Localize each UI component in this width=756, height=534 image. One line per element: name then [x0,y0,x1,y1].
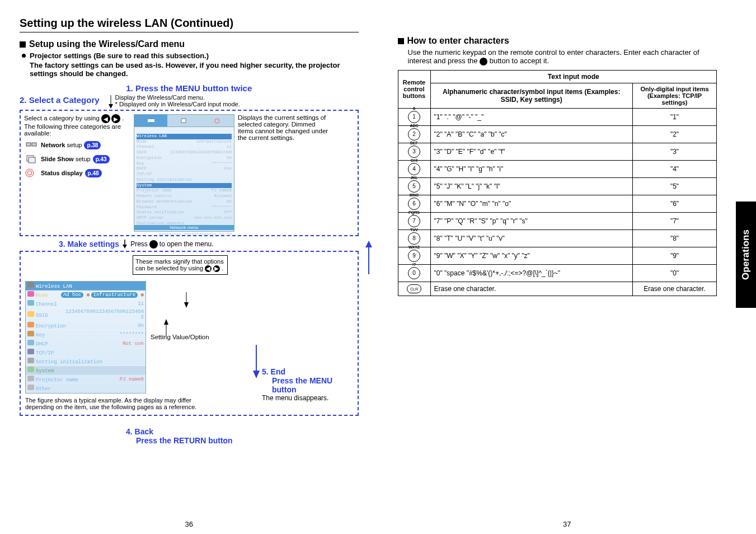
svg-rect-5 [29,157,35,163]
status-icon [24,167,39,179]
operations-side-tab: Operations [736,202,756,308]
step-3-tail-b: to open the menu. [159,240,214,248]
key-cell: 6MNO [398,195,430,212]
step-5-sub1: Press the MENU button [262,376,357,394]
digital-sequence-cell: "5" [633,177,717,195]
digital-sequence-cell: "1" [633,108,717,125]
key-sup-label: ABC [410,124,418,128]
svg-rect-9 [151,119,154,122]
step-3-title: 3. Make settings [59,240,119,249]
left-right-buttons-icon: ◀ ▶ [101,114,120,123]
arrow-down-icon [183,292,190,308]
alpha-sequence-cell: "0" "space "#$%&'()*+,-./:;<=>?@[\]^_`{|… [430,264,633,282]
right-arrow-button-icon: ▶ [111,114,120,123]
key-sup-label: WXYZ [408,245,420,249]
status-display-link[interactable]: Status display p.48 [24,167,130,179]
step-3-line: 3. Make settings Press to open the menu. [20,240,359,249]
enter-characters-intro: Use the numeric keypad on the remote con… [398,48,717,65]
menu-header: Network [137,128,232,134]
left-page: Setting up the wireless LAN (Continued) … [0,0,378,534]
svg-marker-22 [253,371,260,378]
number-key-icon: 5JKL [408,180,420,193]
key-sup-label: GHI [411,158,417,162]
step-1-title: 1. Press the MENU button twice [20,83,359,93]
menu-tab-network-icon [134,115,167,127]
th-remote-buttons: Remote control buttons [398,70,430,108]
alpha-sequence-cell: "9" "W" "X" "Y" "Z" "w" "x" "y" "z" [430,247,633,264]
digital-sequence-cell: "0" [633,264,717,282]
key-cell: 0!? [398,264,430,282]
page-ref-48: p.48 [85,169,102,177]
factory-note: The factory settings can be used as-is. … [20,61,359,78]
digital-sequence-cell: Erase one character. [633,282,717,296]
step-1-caption-1: Display the Wireless/Card menu. [115,94,205,101]
square-bullet-icon [398,38,404,44]
projector-settings-subtitle: Projector settings (Be sure to read this… [20,51,359,60]
status-display-label: Status display [41,170,83,176]
network-icon [24,139,39,151]
table-row: 4GHI"4" "G" "H" "I" "g" "h" "i""4" [398,160,717,177]
main-title: Setting up the wireless LAN (Continued) [20,17,359,32]
key-cell: 3DEF [398,143,430,160]
table-row: 6MNO"6" "M" "N" "O" "m" "n" "o""6" [398,195,717,212]
table-row: 2ABC"2" "A" "B" "C" "a" "b" "c""2" [398,125,717,143]
right-page: How to enter characters Use the numeric … [378,0,757,534]
arrow-down-blue-icon [252,345,261,378]
setting-value-label: Setting Value/Option [151,334,209,340]
step-4-title: 4. Back [126,427,359,436]
digital-sequence-cell: "8" [633,229,717,247]
number-key-icon: 1& [408,111,420,123]
network-setup-label: Network setup [41,142,82,148]
step-1-caption-2: * Displayed only in Wireless/Card input … [115,101,240,107]
settings-menu-screenshot: Wireless LAN Mode Ad hoc ◉ Infrastructur… [25,281,146,394]
cat-text-1: Select a category by using [24,115,101,121]
number-key-icon: 6MNO [408,198,420,210]
square-bullet-icon [20,41,26,48]
step-5-title: 5. End [262,367,357,376]
key-sup-label: MNO [410,193,419,197]
digital-sequence-cell: "2" [633,125,717,143]
left-arrow-button-icon: ◀ [205,265,212,272]
key-cell: 5JKL [398,177,430,195]
figure-note: The figure shows a typical example. As t… [25,397,210,410]
key-cell: 4GHI [398,160,430,177]
step-5-sub2: The menu disappears. [262,394,357,402]
svg-point-7 [26,169,34,177]
key-cell: CLR [398,282,430,296]
svg-rect-3 [32,143,36,146]
th-alpha: Alphanumeric character/symbol input item… [430,83,633,108]
table-row: 7PQRS"7" "P" "Q" "R" "S" "p" "q" "r" "s"… [398,212,717,229]
key-cell: 1& [398,108,430,125]
arrow-up-blue-icon [364,241,373,274]
number-key-icon: 8TUV [408,232,420,245]
svg-marker-1 [109,104,113,109]
menu-right-description: Displays the current settings of selecte… [238,114,330,232]
slideshow-icon [24,153,39,165]
key-cell: 9WXYZ [398,247,430,264]
digital-sequence-cell: "9" [633,247,717,264]
options-note-box: These marks signify that options can be … [133,255,228,275]
category-dashed-box: Select a category by using ◀ ▶ . The fol… [20,110,359,236]
menu-tab-slideshow-icon [167,115,200,127]
alpha-sequence-cell: Erase one character. [430,282,633,296]
svg-rect-2 [26,143,31,146]
network-setup-link[interactable]: Network setup p.38 [24,139,130,151]
alpha-sequence-cell: "2" "A" "B" "C" "a" "b" "c" [430,125,633,143]
svg-point-6 [27,171,32,175]
enter-button-icon [149,240,158,249]
page-ref-43: p.43 [93,155,110,163]
enter-button-icon [480,58,487,65]
table-row: 3DEF"3" "D" "E" "F" "d" "e" "f""3" [398,143,717,160]
step-2-title: 2. Select a Category [20,94,100,105]
key-sup-label: !? [412,263,416,266]
alpha-sequence-cell: "3" "D" "E" "F" "d" "e" "f" [430,143,633,160]
svg-rect-8 [148,119,151,122]
number-key-icon: 3DEF [408,146,420,158]
digital-sequence-cell: "3" [633,143,717,160]
section-enter-title-text: How to enter characters [407,36,509,46]
slideshow-setup-link[interactable]: Slide Show setup p.43 [24,153,130,165]
right-arrow-button-icon: ▶ [213,265,220,272]
section-title-text: Setup using the Wireless/Card menu [29,39,185,49]
table-row: 9WXYZ"9" "W" "X" "Y" "Z" "w" "x" "y" "z"… [398,247,717,264]
digital-sequence-cell: "7" [633,212,717,229]
